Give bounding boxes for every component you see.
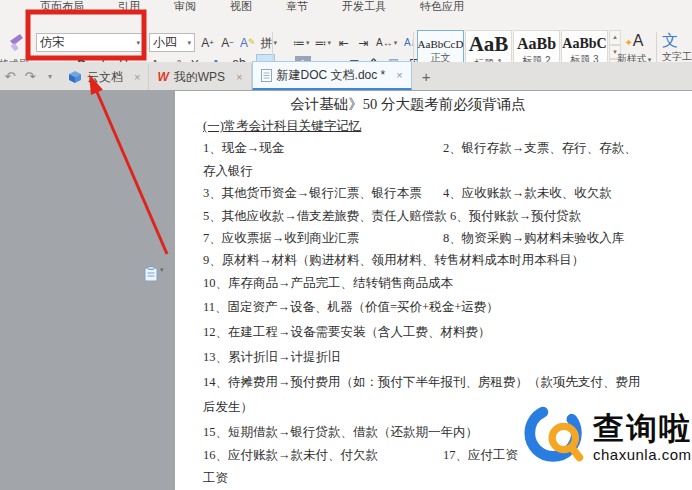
doc-line: 存入银行 (203, 160, 683, 182)
new-style-icon: ✦A (614, 32, 654, 52)
font-name-combobox[interactable]: 仿宋▾ (36, 33, 144, 52)
doc-line: 9、原材料→材料（购进材料、领用材料、转售材料成本时用本科目） (203, 250, 683, 272)
text-tool-icon: 文 (662, 32, 692, 50)
doc-line: 7、应收票据→收到商业汇票8、物资采购→购材料未验收入库 (203, 227, 683, 249)
watermark-name: 查询啦 (593, 412, 692, 446)
menu-view[interactable]: 视图 (230, 0, 252, 14)
format-painter-icon (7, 32, 27, 52)
undo-button[interactable]: ↶ (0, 69, 20, 84)
close-icon[interactable]: × (236, 71, 242, 83)
tab-cloud-docs[interactable]: 云文档 × (60, 64, 149, 90)
doc-line: 5、其他应收款→借支差旅费、责任人赔偿款 6、预付账款→预付贷款 (203, 205, 683, 227)
chevron-down-icon[interactable]: ▾ (160, 266, 164, 274)
redo-button[interactable]: ↷ (20, 69, 40, 84)
watermark-url: chaxunla.com (593, 447, 692, 462)
menu-special-features[interactable]: 特色应用 (420, 0, 464, 14)
pinyin-guide-icon[interactable]: 拼▾ (261, 34, 278, 52)
menu-section[interactable]: 章节 (286, 0, 308, 14)
document-tab-bar: ↶ ↷ ▾ 云文档 × W 我的WPS × 新建DOC 文档.doc * × + (0, 62, 692, 90)
text-effects-icon[interactable]: A✎ (240, 34, 256, 52)
doc-line: 11、固定资产→设备、机器（价值=买价+税金+运费） (203, 295, 683, 320)
new-tab-button[interactable]: + (422, 68, 431, 85)
ribbon-toolbar: 格式刷 仿宋▾ 小四▾ A+ A− A✎ 拼▾ ≔▾ ≕▾ ⇤ ⇥ A↔▾ A↓… (0, 14, 692, 63)
paste-options-button[interactable]: ▾ (144, 266, 164, 282)
decrease-font-size-button[interactable]: A− (220, 34, 235, 52)
doc-line: 3、其他货币资金→银行汇票、银行本票4、应收账款→款未收、收欠款 (203, 183, 683, 205)
doc-line: 10、库存商品→产品完工、结转销售商品成本 (203, 272, 683, 294)
site-watermark: 查询啦 chaxunla.com (523, 399, 692, 475)
bullets-icon[interactable]: ≔▾ (293, 34, 310, 52)
document-workspace: 会计基础》50 分大题考前必须背诵点 (一)常考会计科目关键字记忆 1、现金→现… (0, 90, 692, 490)
clipboard-icon (144, 266, 158, 282)
chevron-down-icon[interactable]: ▾ (136, 39, 140, 47)
history-dropdown-icon[interactable]: ▾ (40, 72, 60, 81)
text-tool-button[interactable]: 文 文字工具 (662, 32, 692, 64)
format-painter-button[interactable] (4, 32, 30, 56)
chevron-down-icon[interactable]: ▾ (187, 39, 191, 47)
doc-line: 1、现金→现金2、银行存款→支票、存行、存款、 (203, 138, 683, 160)
doc-line: 13、累计折旧→计提折旧 (203, 345, 683, 370)
sort-icon[interactable]: A↓ (402, 34, 417, 52)
decrease-indent-icon[interactable]: ⇤ (336, 34, 351, 52)
menu-review[interactable]: 审阅 (174, 0, 196, 14)
menu-references[interactable]: 引用 (118, 0, 140, 14)
increase-indent-icon[interactable]: ⇥ (356, 34, 371, 52)
tab-my-wps[interactable]: W 我的WPS × (149, 64, 251, 90)
character-scale-icon[interactable]: A↔▾ (376, 34, 397, 52)
menu-page-layout[interactable]: 页面布局 (40, 0, 84, 14)
magnifier-logo-icon (523, 403, 591, 471)
menu-bar: 页面布局 引用 审阅 视图 章节 开发工具 特色应用 (0, 0, 692, 14)
document-icon (261, 69, 272, 82)
doc-heading: (一)常考会计科目关键字记忆 (203, 115, 683, 137)
increase-font-size-button[interactable]: A+ (200, 34, 215, 52)
close-icon[interactable]: × (396, 69, 402, 81)
tab-new-doc[interactable]: 新建DOC 文档.doc * × (252, 61, 412, 90)
doc-line: 12、在建工程→设备需要安装（含人工费、材料费） (203, 320, 683, 345)
font-size-combobox[interactable]: 小四▾ (149, 33, 195, 52)
doc-line: 14、待摊费用→预付费用（如：预付下半年报刊、房租费）（款项先支付、费用 (203, 370, 683, 395)
new-style-button[interactable]: ✦A 新样式▾ (614, 32, 654, 66)
cloud-docs-cube-icon (68, 70, 82, 84)
close-icon[interactable]: × (134, 71, 140, 83)
doc-title: 会计基础》50 分大题考前必须背诵点 (203, 93, 683, 115)
menu-dev-tools[interactable]: 开发工具 (342, 0, 386, 14)
wps-logo-icon: W (157, 70, 168, 84)
numbering-icon[interactable]: ≕▾ (315, 34, 332, 52)
